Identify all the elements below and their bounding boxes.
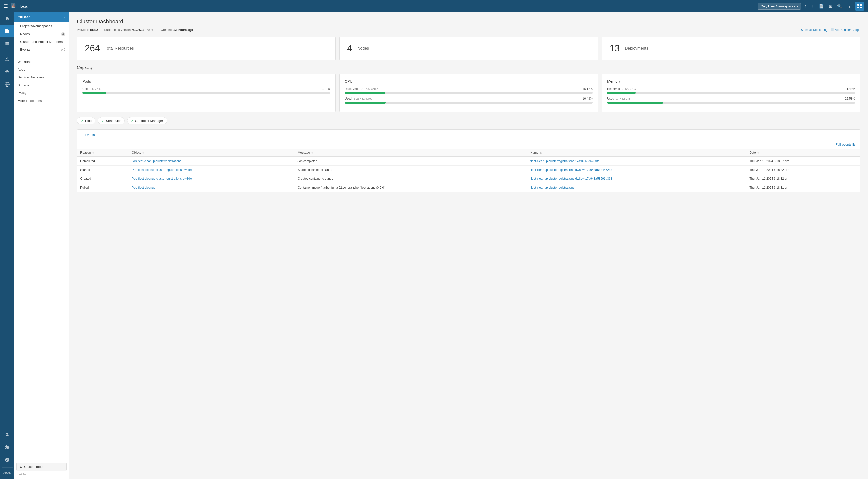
event-object-link[interactable]: Pod fleet-cleanup-clusterregistrations-d…	[132, 168, 192, 172]
nav-network-icon[interactable]	[0, 78, 14, 91]
nav-cluster-icon[interactable]	[0, 25, 14, 37]
sidebar-item-projects-namespaces[interactable]: Projects/Namespaces	[14, 22, 69, 30]
capacity-row-label: Used 5.26 / 32 cores	[345, 97, 372, 100]
events-col-message[interactable]: Message ⇅	[294, 149, 527, 157]
event-object-link[interactable]: Job fleet-cleanup-clusterregistrations	[132, 159, 181, 163]
event-name-link[interactable]: fleet-cleanup-clusterregistrations-dw8dw…	[530, 168, 612, 172]
progress-bar-track	[607, 102, 855, 104]
sidebar-item-nodes[interactable]: Nodes 4	[14, 30, 69, 38]
event-name: fleet-cleanup-clusterregistrations-dw8dw…	[527, 174, 746, 183]
deployments-label: Deployments	[625, 46, 648, 51]
apps-chevron-icon: ›	[65, 68, 65, 71]
sidebar-section-more-resources[interactable]: More Resources ›	[14, 97, 69, 105]
sidebar-section-service-discovery[interactable]: Service Discovery ›	[14, 73, 69, 81]
event-object: Pod fleet-cleanup-clusterregistrations-d…	[129, 174, 295, 183]
namespace-selector[interactable]: Only User Namespaces ▾	[758, 3, 801, 9]
capacity-row-pct: 9.77%	[322, 87, 330, 91]
nav-home-icon[interactable]	[0, 12, 14, 25]
status-pill-etcd: ✓ Etcd	[77, 117, 95, 124]
progress-bar-fill	[607, 92, 636, 94]
summary-cards: 264 Total Resources 4 Nodes 13 Deploymen…	[77, 37, 861, 60]
nav-sailing-icon[interactable]	[0, 53, 14, 65]
event-name-link[interactable]: fleet-cleanup-clusterregistrations-dw8dw…	[530, 177, 612, 180]
progress-bar-fill	[607, 102, 663, 104]
capacity-row-values: 5.26 / 32 cores	[354, 97, 372, 100]
event-object-link[interactable]: Pod fleet-cleanup-clusterregistrations-d…	[132, 177, 192, 180]
sidebar-section-storage[interactable]: Storage ›	[14, 81, 69, 89]
sort-icon: ⇅	[540, 151, 542, 154]
nav-about-label[interactable]: About	[0, 469, 14, 477]
event-name-link[interactable]: fleet-cleanup-clusterregistrations-	[530, 186, 575, 189]
sidebar-section-policy[interactable]: Policy ›	[14, 89, 69, 97]
event-name: fleet-cleanup-clusterregistrations-	[527, 183, 746, 192]
nav-user-icon[interactable]	[0, 428, 14, 441]
sidebar-item-cluster-project-members[interactable]: Cluster and Project Members	[14, 38, 69, 46]
deployments-number: 13	[610, 43, 620, 54]
capacity-row-pct: 16.17%	[582, 87, 593, 91]
sidebar-section-apps[interactable]: Apps ›	[14, 66, 69, 73]
install-monitoring-link[interactable]: ⚙ Install Monitoring	[801, 28, 828, 32]
download-icon[interactable]: ↓	[810, 2, 815, 9]
badge-icon: ☰	[831, 28, 834, 32]
hamburger-icon[interactable]: ☰	[4, 3, 8, 9]
total-resources-number: 264	[85, 43, 100, 54]
summary-card-deployments: 13 Deployments	[602, 37, 861, 60]
nodes-number: 4	[347, 43, 352, 54]
event-name-link[interactable]: fleet-cleanup-clusterregistrations.17a94…	[530, 159, 600, 163]
events-table: Reason ⇅Object ⇅Message ⇅Name ⇅Date ⇅ Co…	[77, 149, 860, 192]
grid-icon[interactable]: ⊞	[828, 2, 833, 10]
capacity-card-memory: Memory Reserved 7.12 / 62 GiB 11.48%	[602, 74, 861, 112]
cluster-label: Cluster	[18, 15, 30, 19]
svg-rect-5	[860, 6, 862, 8]
capacity-card-title: Pods	[82, 79, 330, 83]
created-label: Created: 1.8 hours ago	[161, 28, 193, 32]
events-col-name[interactable]: Name ⇅	[527, 149, 746, 157]
sidebar: Cluster ▼ Projects/Namespaces Nodes 4 Cl…	[14, 12, 69, 479]
app-switcher-icon[interactable]	[855, 1, 864, 10]
created-value: 1.8 hours ago	[173, 28, 193, 32]
add-cluster-badge-link[interactable]: ☰ Add Cluster Badge	[831, 28, 861, 32]
event-reason: Started	[77, 166, 129, 174]
more-resources-chevron-icon: ›	[65, 99, 65, 102]
k8s-version-suffix: +rke2r1	[145, 28, 155, 31]
search-icon[interactable]: 🔍	[836, 2, 843, 10]
event-message: Job completed	[294, 157, 527, 166]
event-object-link[interactable]: Pod fleet-cleanup-	[132, 186, 156, 189]
nav-extensions-icon[interactable]	[0, 441, 14, 453]
capacity-row-values: 7.12 / 62 GiB	[622, 87, 639, 90]
capacity-row-pct: 11.48%	[845, 87, 855, 91]
nav-global-icon[interactable]	[0, 453, 14, 466]
event-message: Created container cleanup	[294, 174, 527, 183]
more-options-icon[interactable]: ⋮	[846, 2, 852, 10]
status-pill-controller-manager: ✓ Controller Manager	[127, 117, 167, 124]
nav-apps-icon[interactable]	[0, 37, 14, 50]
nav-anchor-icon[interactable]	[0, 65, 14, 78]
cluster-menu-header[interactable]: Cluster ▼	[14, 12, 69, 22]
progress-bar-track	[607, 92, 855, 94]
event-date: Thu, Jan 11 2024 6:18:32 pm	[746, 166, 860, 174]
event-object: Pod fleet-cleanup-clusterregistrations-d…	[129, 166, 295, 174]
events-tab[interactable]: Events	[81, 130, 99, 140]
full-events-link[interactable]: Full events list	[836, 143, 857, 146]
total-resources-label: Total Resources	[105, 46, 134, 51]
capacity-section-title: Capacity	[77, 65, 861, 70]
events-col-date[interactable]: Date ⇅	[746, 149, 860, 157]
meta-row: Provider: RKE2 Kubernetes Version: v1.26…	[77, 28, 861, 32]
import-icon[interactable]: ↑	[803, 2, 808, 9]
sidebar-item-events[interactable]: Events ⊙ 0	[14, 46, 69, 54]
events-col-reason[interactable]: Reason ⇅	[77, 149, 129, 157]
progress-bar-track	[345, 102, 593, 104]
document-icon[interactable]: 📄	[817, 2, 825, 10]
capacity-card-title: CPU	[345, 79, 593, 83]
events-tabs: Events	[77, 130, 860, 140]
event-object: Pod fleet-cleanup-	[129, 183, 295, 192]
sidebar-section-workloads[interactable]: Workloads ›	[14, 58, 69, 66]
cluster-tools-button[interactable]: ⚙ Cluster Tools	[17, 462, 67, 471]
status-pill-scheduler: ✓ Scheduler	[98, 117, 125, 124]
progress-bar-fill	[345, 92, 385, 94]
nodes-label: Nodes	[357, 46, 369, 51]
capacity-row: Used 5.26 / 32 cores 16.43%	[345, 97, 593, 104]
events-col-object[interactable]: Object ⇅	[129, 149, 295, 157]
service-discovery-chevron-icon: ›	[65, 76, 65, 79]
event-name: fleet-cleanup-clusterregistrations.17a94…	[527, 157, 746, 166]
